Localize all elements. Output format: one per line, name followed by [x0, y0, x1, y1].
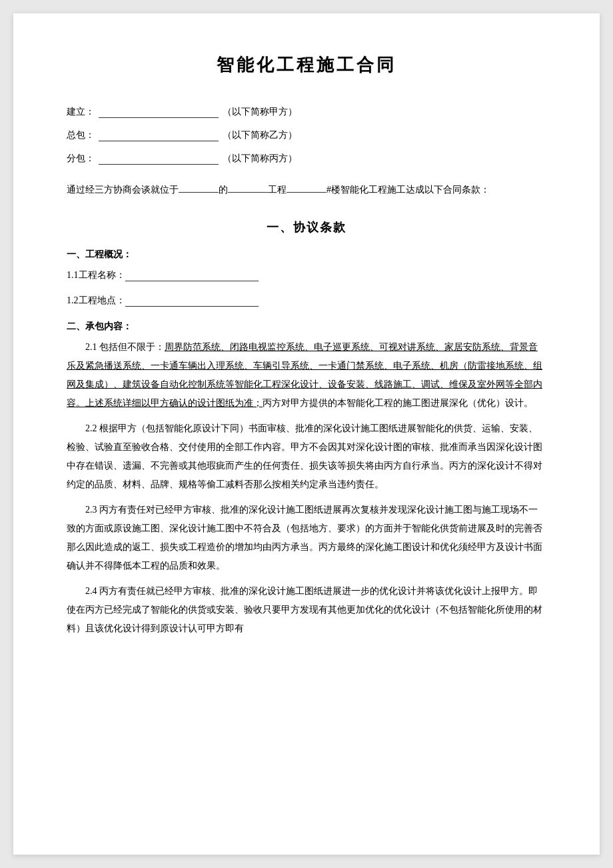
party-line-jia: [99, 106, 219, 118]
document-title: 智能化工程施工合同: [67, 53, 546, 77]
underline-scope-text: 周界防范系统、闭路电视监控系统、电子巡更系统、可视对讲系统、家居安防系统、背景音…: [67, 342, 542, 408]
party-suffix-jia: （以下简称甲方）: [223, 103, 297, 120]
blank-building: [287, 181, 326, 193]
paragraph-2-4: 2.4 丙方有责任就已经甲方审核、批准的深化设计施工图纸进展进一步的优化设计并将…: [67, 582, 546, 638]
party-section: 建立： （以下简称甲方） 总包： （以下简称乙方） 分包： （以下简称丙方）: [67, 103, 546, 167]
document-page: 智能化工程施工合同 建立： （以下简称甲方） 总包： （以下简称乙方） 分包： …: [13, 13, 600, 855]
blank-project: [228, 181, 268, 193]
party-label-bing: 分包：: [67, 150, 95, 167]
sub-section-scope-title: 二、承包内容：: [67, 321, 546, 333]
party-row-yi: 总包： （以下简称乙方）: [67, 127, 546, 143]
paragraph-2-3: 2.3 丙方有责任对已经甲方审核、批准的深化设计施工图纸进展再次复核并发现深化设…: [67, 501, 546, 575]
field-label-name: 1.1工程名称：: [67, 266, 125, 285]
party-suffix-yi: （以下简称乙方）: [223, 127, 297, 143]
party-line-bing: [99, 153, 219, 165]
section-1-title: 一、协议条款: [67, 219, 546, 235]
paragraph-2-2: 2.2 根据甲方（包括智能化原设计下同）书面审核、批准的深化设计施工图纸进展智能…: [67, 419, 546, 494]
field-label-location: 1.2工程地点：: [67, 291, 125, 310]
paragraph-2-1: 2.1 包括但不限于：周界防范系统、闭路电视监控系统、电子巡更系统、可视对讲系统…: [67, 338, 546, 413]
sub-section-overview-title: 一、工程概况：: [67, 249, 546, 261]
party-suffix-bing: （以下简称丙方）: [223, 150, 297, 167]
party-line-yi: [99, 129, 219, 141]
party-row-jia: 建立： （以下简称甲方）: [67, 103, 546, 120]
party-label-yi: 总包：: [67, 127, 95, 143]
blank-location: [179, 181, 219, 193]
field-row-location: 1.2工程地点：: [67, 291, 546, 310]
intro-paragraph: 通过经三方协商会谈就位于的工程#楼智能化工程施工达成以下合同条款：: [67, 181, 546, 199]
party-row-bing: 分包： （以下简称丙方）: [67, 150, 546, 167]
party-label-jia: 建立：: [67, 103, 95, 120]
field-row-name: 1.1工程名称：: [67, 266, 546, 285]
field-line-location: [125, 295, 259, 307]
field-line-name: [125, 269, 259, 281]
